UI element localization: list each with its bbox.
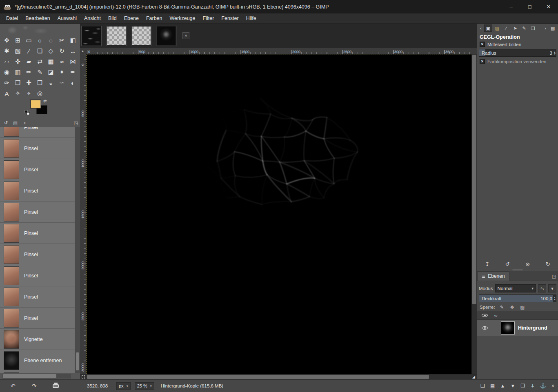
foreground-select-tool[interactable]: ◧ — [67, 35, 78, 46]
flip-tool[interactable]: ⇄ — [34, 56, 45, 67]
quick-mask-button[interactable] — [80, 374, 86, 379]
history-scrollbar[interactable] — [75, 127, 80, 373]
fuzzy-select-tool[interactable]: ✱ — [1, 46, 12, 56]
undo-history-item[interactable]: Pinsel — [0, 223, 75, 244]
clone-tool[interactable]: ❐ — [12, 78, 23, 88]
maximize-button[interactable]: □ — [520, 0, 539, 13]
undo-history-item[interactable]: Pinsel — [0, 159, 75, 180]
undo-history-item[interactable]: Pinsel — [0, 180, 75, 202]
airbrush-tool[interactable]: ✦ — [56, 67, 67, 78]
undo-button[interactable]: ↶ — [11, 383, 16, 389]
blur-sharpen-tool[interactable]: ◒ — [45, 78, 56, 88]
layers-tab[interactable]: ≣ Ebenen — [477, 271, 509, 281]
scale-tool[interactable]: ↔ — [67, 46, 78, 56]
pointer-tab[interactable]: ➤ — [511, 24, 519, 32]
paths-tool[interactable]: ∕ — [23, 46, 34, 56]
menu-item[interactable]: Datei — [2, 14, 22, 23]
smudge-tool[interactable]: ∽ — [56, 78, 67, 88]
canvas-viewport[interactable] — [86, 54, 471, 374]
undo-history-item[interactable]: Pinsel — [0, 244, 75, 265]
ruler-corner-button[interactable]: ▸ — [80, 48, 86, 54]
foreground-color-swatch[interactable] — [30, 100, 41, 109]
delete-settings-button[interactable]: ⊗ — [525, 261, 530, 267]
pencil-tool[interactable]: ✏ — [23, 67, 34, 78]
measure-tool[interactable]: ⌖ — [23, 88, 34, 99]
refresh-button[interactable]: ↻ — [546, 261, 550, 267]
lock-position-icon[interactable]: ✥ — [509, 305, 516, 310]
heal-tool[interactable]: ✚ — [23, 78, 34, 88]
anchor-layer-button[interactable]: ⚓ — [540, 383, 546, 389]
color-picker-tool[interactable]: ✧ — [12, 88, 23, 99]
layer-visibility-icon[interactable] — [482, 325, 488, 331]
perspective-clone-tool[interactable]: ❒ — [34, 78, 45, 88]
undo-history-item[interactable]: Vignette — [0, 329, 75, 350]
history-hscrollbar-thumb[interactable] — [3, 374, 56, 378]
bucket-fill-tool[interactable]: ◉ — [1, 67, 12, 78]
rectangle-select-tool[interactable]: ▭ — [23, 35, 34, 46]
opacity-spinner[interactable]: ▴▾ — [554, 297, 555, 301]
perspective-tool[interactable]: ▰ — [23, 56, 34, 67]
warp-transform-tool[interactable]: ≈ — [56, 56, 67, 67]
menu-item[interactable]: Werkzeuge — [166, 14, 199, 23]
editor-tab[interactable]: ✎ — [520, 24, 528, 32]
rotate-tool[interactable]: ↻ — [56, 46, 67, 56]
dialog-tab[interactable]: ❑ — [529, 24, 537, 32]
layers-dock-menu-button[interactable]: ◳ — [550, 271, 558, 281]
ink-tool[interactable]: ✒ — [67, 67, 78, 78]
patterns-tab[interactable]: ▨ — [493, 24, 501, 32]
canvas-hscrollbar[interactable] — [86, 374, 471, 379]
swap-colors-icon[interactable]: ⇄ — [43, 99, 47, 103]
history-hscrollbar[interactable] — [2, 374, 71, 379]
opacity-slider[interactable]: Deckkraft 100,0 ▴▾ — [479, 295, 556, 302]
close-button[interactable]: ✕ — [539, 0, 558, 13]
visibility-eye-icon[interactable] — [482, 312, 488, 318]
image-tab-active[interactable] — [156, 26, 176, 46]
undo-history-item[interactable]: Pinsel — [0, 127, 75, 138]
paintbrush-tool[interactable]: ✎ — [34, 67, 45, 78]
zoom-select[interactable]: 25 % ▾ — [135, 382, 154, 390]
n-point-deformation-tool[interactable]: ⋈ — [67, 56, 78, 67]
image-tab-noise[interactable] — [81, 26, 102, 46]
move-tool[interactable]: ✥ — [1, 35, 12, 46]
link-icon[interactable]: ∞ — [494, 313, 498, 318]
mode-select[interactable]: Normal ▾ — [495, 284, 536, 292]
select-by-color-tool[interactable]: ▧ — [12, 46, 23, 56]
undo-history-item[interactable]: Pinsel — [0, 265, 75, 286]
mean-checkbox[interactable]: × — [480, 42, 485, 47]
lock-pixels-icon[interactable]: ✎ — [499, 305, 505, 310]
menu-item[interactable]: Fenster — [218, 14, 242, 23]
dodge-burn-tool[interactable]: ◐ — [67, 78, 78, 88]
duplicate-layer-button[interactable]: ❐ — [521, 383, 525, 389]
zoom-tool[interactable]: ◎ — [34, 88, 45, 99]
undo-history-item[interactable]: Pinsel — [0, 138, 75, 159]
delete-layer-button[interactable]: × — [551, 383, 554, 389]
menu-item[interactable]: Auswahl — [54, 14, 80, 23]
text-tool[interactable]: A — [1, 88, 12, 99]
mypaint-brush-tool[interactable]: ✑ — [1, 78, 12, 88]
canvas-image[interactable] — [87, 55, 471, 374]
raise-layer-button[interactable]: ▲ — [500, 383, 505, 389]
free-select-tool[interactable]: ◌ — [45, 35, 56, 46]
unit-select[interactable]: px ▾ — [116, 382, 131, 390]
crop-tool[interactable]: ❏ — [34, 46, 45, 56]
navigation-button[interactable]: ◢ — [471, 374, 477, 379]
menu-item[interactable]: Hilfe — [242, 14, 260, 23]
pointer-tab[interactable]: ▤ — [11, 120, 19, 126]
radius-spinner[interactable]: ▴▾ — [554, 51, 555, 55]
menu-item[interactable]: Ansicht — [80, 14, 104, 23]
history-scrollbar-thumb[interactable] — [76, 352, 79, 370]
gradient-tool[interactable]: ▥ — [12, 67, 23, 78]
canvas-vscrollbar[interactable] — [471, 54, 477, 374]
handle-transform-tool[interactable]: ✜ — [12, 56, 23, 67]
dock-menu-tab[interactable]: ▤ — [549, 24, 557, 32]
swatch-tab[interactable]: ▫ — [21, 120, 29, 126]
chevron-left-icon[interactable]: ‹ — [478, 24, 483, 32]
undo-history-tab[interactable]: ↺ — [2, 120, 10, 126]
vertical-ruler[interactable]: 050010001500200025003000 — [80, 54, 86, 374]
radius-slider[interactable]: Radius 3 ▴▾ — [479, 49, 556, 57]
menu-item[interactable]: Ebene — [120, 14, 142, 23]
cage-transform-tool[interactable]: ▦ — [45, 56, 56, 67]
eraser-tool[interactable]: ◪ — [45, 67, 56, 78]
menu-item[interactable]: Bearbeiten — [22, 14, 53, 23]
image-tab-checker-1[interactable] — [106, 26, 127, 46]
